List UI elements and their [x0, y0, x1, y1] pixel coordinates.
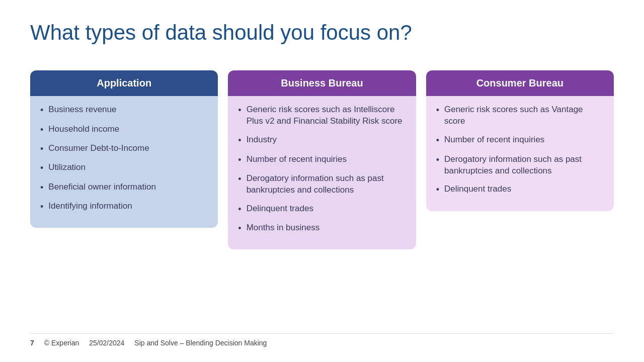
list-item: Industry	[238, 134, 406, 146]
column-header-business-bureau: Business Bureau	[228, 70, 416, 96]
list-item: Derogatory information such as past bank…	[436, 154, 604, 177]
column-body-consumer-bureau: Generic risk scores such as Vantage scor…	[426, 96, 614, 211]
column-body-business-bureau: Generic risk scores such as Intelliscore…	[228, 96, 416, 249]
page-title: What types of data should you focus on?	[30, 20, 614, 45]
column-consumer-bureau: Consumer BureauGeneric risk scores such …	[426, 70, 614, 211]
list-item: Consumer Debt-to-Income	[40, 143, 208, 155]
footer-date: 25/02/2024	[89, 339, 124, 347]
bullet-list-consumer-bureau: Generic risk scores such as Vantage scor…	[436, 104, 604, 196]
column-body-application: Business revenueHousehold incomeConsumer…	[30, 96, 218, 228]
footer: 7 © Experian 25/02/2024 Sip and Solve – …	[30, 333, 614, 347]
list-item: Number of recent inquiries	[238, 154, 406, 166]
list-item: Number of recent inquiries	[436, 134, 604, 146]
list-item: Months in business	[238, 222, 406, 234]
list-item: Household income	[40, 124, 208, 136]
list-item: Generic risk scores such as Intelliscore…	[238, 104, 406, 127]
column-header-application: Application	[30, 70, 218, 96]
footer-copyright: © Experian	[44, 339, 79, 347]
footer-subtitle: Sip and Solve – Blending Decision Making	[134, 339, 267, 347]
column-header-consumer-bureau: Consumer Bureau	[426, 70, 614, 96]
list-item: Utilization	[40, 162, 208, 174]
list-item: Derogatory information such as past bank…	[238, 173, 406, 196]
footer-page: 7	[30, 339, 34, 347]
bullet-list-business-bureau: Generic risk scores such as Intelliscore…	[238, 104, 406, 234]
column-application: ApplicationBusiness revenueHousehold inc…	[30, 70, 218, 228]
list-item: Beneficial owner information	[40, 182, 208, 194]
columns-wrapper: ApplicationBusiness revenueHousehold inc…	[30, 70, 614, 333]
list-item: Delinquent trades	[238, 203, 406, 215]
bullet-list-application: Business revenueHousehold incomeConsumer…	[40, 104, 208, 213]
list-item: Delinquent trades	[436, 184, 604, 196]
list-item: Business revenue	[40, 104, 208, 116]
list-item: Identifying information	[40, 201, 208, 213]
slide-container: What types of data should you focus on? …	[0, 0, 644, 362]
column-business-bureau: Business BureauGeneric risk scores such …	[228, 70, 416, 249]
list-item: Generic risk scores such as Vantage scor…	[436, 104, 604, 127]
